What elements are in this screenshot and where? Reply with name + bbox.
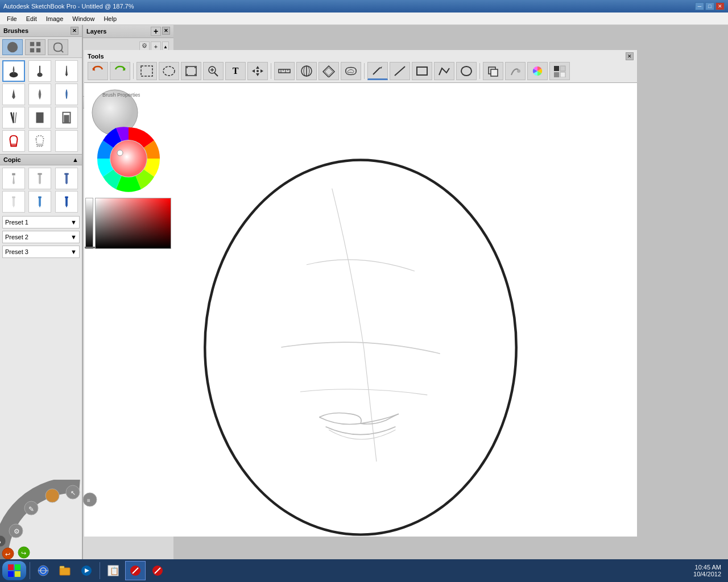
brightness-bar[interactable] [85, 198, 93, 249]
close-btn[interactable]: ✕ [715, 2, 725, 10]
file-explorer-btn[interactable] [55, 561, 75, 580]
svg-text:✎: ✎ [28, 505, 34, 513]
brush-item[interactable] [55, 107, 78, 128]
maximize-btn[interactable]: □ [705, 2, 714, 10]
svg-point-59 [205, 160, 516, 534]
menu-file[interactable]: File [2, 14, 22, 23]
svg-rect-18 [65, 197, 68, 198]
tools-row: T [88, 62, 634, 80]
tool-liquify[interactable] [341, 62, 361, 80]
svg-point-51 [517, 69, 520, 73]
preset-3-arrow: ▼ [71, 248, 77, 255]
brush-item[interactable] [2, 60, 25, 82]
tool-smudge[interactable] [505, 62, 526, 80]
preset-2-dropdown[interactable]: Preset 2 ▼ [2, 231, 80, 243]
tool-redo[interactable] [110, 62, 130, 80]
brush-item[interactable] [28, 84, 51, 105]
brush-type-lasso[interactable] [48, 39, 68, 55]
tools-close[interactable]: ✕ [626, 52, 634, 60]
media-player-btn[interactable] [77, 561, 96, 580]
menu-image[interactable]: Image [42, 14, 68, 23]
copic-header: Copic ▲ [0, 154, 82, 165]
minimize-btn[interactable]: ─ [695, 2, 704, 10]
canvas-wrapper: Tools ✕ [84, 50, 637, 537]
svg-rect-3 [30, 48, 34, 52]
tool-ellipse-shape[interactable] [456, 62, 477, 80]
menu-window[interactable]: Window [68, 14, 99, 23]
taskbar-app1[interactable]: 📋 [104, 561, 123, 580]
tool-polyline[interactable] [434, 62, 454, 80]
copic-item[interactable] [28, 191, 51, 213]
svg-text:📋: 📋 [110, 566, 119, 576]
menu-edit[interactable]: Edit [22, 14, 42, 23]
sketchbook-taskbar-btn2[interactable] [148, 561, 167, 580]
menu-help[interactable]: Help [99, 14, 121, 23]
svg-point-36 [257, 70, 259, 72]
svg-point-73 [46, 489, 59, 502]
tool-zoom[interactable] [203, 62, 224, 80]
layers-header: Layers + ✕ [83, 25, 173, 38]
ie-btn[interactable] [34, 561, 53, 580]
svg-rect-87 [15, 571, 20, 577]
tool-distort[interactable] [318, 62, 339, 80]
svg-point-8 [38, 73, 43, 77]
color-gradient-picker[interactable] [85, 198, 171, 249]
svg-rect-53 [554, 66, 559, 71]
layers-close[interactable]: ✕ [162, 27, 170, 35]
brush-item[interactable] [55, 84, 78, 105]
clock-time: 10:45 AM [693, 564, 721, 571]
brush-type-round[interactable] [2, 39, 23, 55]
tool-move[interactable] [247, 62, 268, 80]
brush-bucket2[interactable] [28, 130, 51, 152]
tool-select-rect[interactable] [136, 62, 157, 80]
brushes-close[interactable]: ✕ [71, 27, 78, 35]
brush-item[interactable] [28, 107, 51, 128]
svg-text:↖: ↖ [71, 489, 76, 496]
brush-bucket1[interactable] [2, 130, 25, 152]
brushes-panel: Brushes ✕ [0, 25, 82, 559]
tool-pen[interactable] [367, 62, 388, 80]
start-button[interactable] [2, 561, 26, 580]
brush-item[interactable] [28, 60, 51, 82]
preset-3-dropdown[interactable]: Preset 3 ▼ [2, 246, 80, 258]
canvas-area[interactable]: Brush Properties [84, 82, 637, 537]
copic-item[interactable] [28, 168, 51, 189]
tool-transform[interactable] [181, 62, 201, 80]
tool-line[interactable] [390, 62, 410, 80]
sketchbook-taskbar-btn[interactable] [125, 561, 146, 580]
brush-type-row [0, 37, 82, 58]
tool-color-wheel[interactable] [527, 62, 548, 80]
copic-item[interactable] [2, 168, 25, 189]
svg-point-0 [7, 42, 18, 52]
preset-1-dropdown[interactable]: Preset 1 ▼ [2, 216, 80, 228]
tool-copy[interactable] [483, 62, 503, 80]
preset-2-label: Preset 2 [5, 234, 28, 240]
tool-text[interactable]: T [225, 62, 246, 80]
brush-type-grid[interactable] [25, 39, 46, 55]
copic-item[interactable] [2, 191, 25, 213]
tool-ruler[interactable] [274, 62, 295, 80]
copic-item[interactable] [55, 168, 78, 189]
tool-swatches[interactable] [549, 62, 570, 80]
svg-rect-24 [185, 66, 188, 68]
brushes-title: Brushes [3, 27, 28, 34]
copic-item[interactable] [55, 191, 78, 213]
svg-line-46 [395, 66, 405, 76]
brush-item[interactable] [55, 60, 78, 82]
svg-text:↪: ↪ [21, 550, 26, 556]
drawing-canvas[interactable]: Brush Properties [84, 82, 637, 537]
tool-rect-shape[interactable] [412, 62, 432, 80]
tool-undo[interactable] [88, 62, 108, 80]
svg-rect-27 [195, 74, 197, 76]
svg-rect-25 [195, 66, 197, 68]
tool-symmetry[interactable] [296, 62, 317, 80]
copic-arrow[interactable]: ▲ [72, 156, 78, 163]
tool-select-ellipse[interactable] [159, 62, 179, 80]
radial-menu[interactable]: ⚙ ✎ ↖ ≡ ↩ ↪ ● [0, 480, 102, 559]
svg-text:↩: ↩ [5, 551, 10, 558]
brush-item[interactable] [2, 107, 25, 128]
color-wheel[interactable] [92, 122, 166, 196]
brush-item[interactable] [2, 84, 25, 105]
layers-add-btn[interactable]: + [151, 27, 161, 36]
svg-marker-32 [256, 66, 259, 69]
